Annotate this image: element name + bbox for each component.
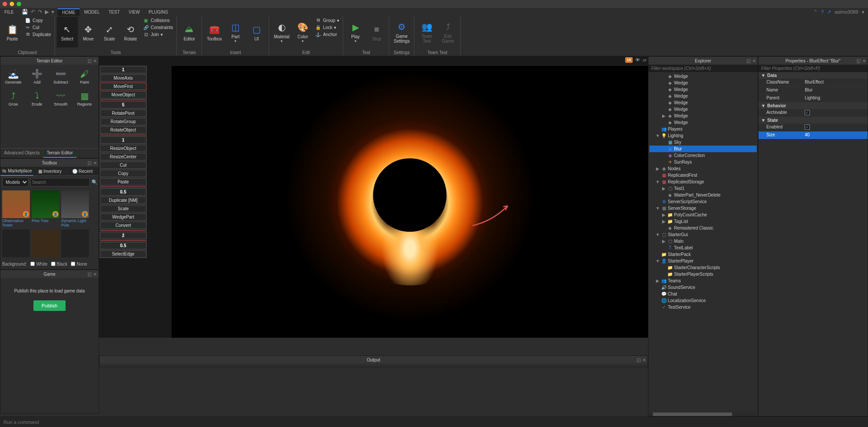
asset-item[interactable]: 👤Pine Tree xyxy=(32,190,59,228)
explorer-item-wedge[interactable]: ◆Wedge xyxy=(649,93,757,99)
close-window-button[interactable] xyxy=(3,2,7,6)
tab-view[interactable]: VIEW xyxy=(124,9,144,15)
undock-icon[interactable]: ◱ xyxy=(747,58,751,63)
lock-button[interactable]: 🔒Lock ▾ xyxy=(313,24,341,31)
terrain-smooth-button[interactable]: 〰Smooth xyxy=(50,88,72,109)
tab-plugins[interactable]: PLUGINS xyxy=(144,9,172,15)
close-icon[interactable]: ✕ xyxy=(642,358,646,362)
join-toggle[interactable]: ⊡Join ▾ xyxy=(141,31,175,38)
explorer-item-test1[interactable]: ▶▢Test1 xyxy=(649,185,757,192)
plugin-moveobject[interactable]: MoveObject xyxy=(100,91,146,99)
color-button[interactable]: 🎨Color▾ xyxy=(292,17,313,47)
plugin-duplicate-nm-[interactable]: Duplicate [NM] xyxy=(100,197,146,204)
command-input[interactable] xyxy=(0,417,868,427)
qat-undo-icon[interactable]: ↶ xyxy=(31,9,35,15)
undock-icon[interactable]: ◱ xyxy=(88,161,92,165)
plugin-0-5[interactable]: 0.5 xyxy=(100,188,146,196)
explorer-item-wedge[interactable]: ▶◆Wedge xyxy=(649,113,757,119)
explorer-item-taglist[interactable]: ▶📁TagList xyxy=(649,218,757,225)
tab-marketplace[interactable]: 🛍Marketplace xyxy=(0,167,33,176)
prop-archivable[interactable]: Archivable✓ xyxy=(758,109,868,117)
undock-icon[interactable]: ◱ xyxy=(857,58,861,63)
plugin-2[interactable]: 2 xyxy=(100,232,146,239)
explorer-item-serverscriptservice[interactable]: ⚙ServerScriptService xyxy=(649,198,757,205)
user-label[interactable]: asimo3089 xyxy=(835,9,858,15)
asset-item[interactable] xyxy=(32,230,59,258)
explorer-item-wedge[interactable]: ◆Wedge xyxy=(649,73,757,80)
tab-home[interactable]: HOME xyxy=(58,8,80,16)
prop-section-data[interactable]: ▼Data xyxy=(758,72,868,79)
maximize-window-button[interactable] xyxy=(17,2,21,6)
prop-size[interactable]: Size40 xyxy=(758,131,868,139)
explorer-item-players[interactable]: 👥Players xyxy=(649,126,757,132)
qat-save-icon[interactable]: 💾 xyxy=(22,9,28,15)
paste-button[interactable]: 📋Paste xyxy=(2,17,23,47)
play-button[interactable]: ▶Play▾ xyxy=(345,17,366,47)
close-icon[interactable]: ✕ xyxy=(862,58,866,63)
tab-advanced-objects[interactable]: Advanced Objects xyxy=(0,149,43,158)
explorer-item-startergui[interactable]: ▼▢StarterGui xyxy=(649,231,757,238)
exit-game-button[interactable]: ⤴Exit Game xyxy=(437,17,458,47)
explorer-item-sunrays[interactable]: ☀SunRays xyxy=(649,159,757,165)
tab-recent[interactable]: 🕘Recent xyxy=(66,167,99,176)
category-select[interactable]: Models xyxy=(2,178,29,187)
device-icon[interactable]: ▱ xyxy=(643,57,646,63)
toolbox-button[interactable]: 🧰Toolbox xyxy=(204,17,225,47)
explorer-item-waterpart-neverdelete[interactable]: ◆WaterPart_NeverDelete xyxy=(649,192,757,198)
plugin-copy[interactable]: Copy xyxy=(100,170,146,177)
anchor-button[interactable]: ⚓Anchor xyxy=(313,31,341,38)
plugin-moveaxis[interactable]: MoveAxis xyxy=(100,74,146,82)
tab-terrain-editor[interactable]: Terrain Editor xyxy=(43,149,76,158)
explorer-item-starterplayer[interactable]: ▼👤StarterPlayer xyxy=(649,258,757,264)
part-button[interactable]: ◫Part▾ xyxy=(225,17,246,47)
explorer-item-blur[interactable]: ◉Blur xyxy=(649,146,757,152)
tab-inventory[interactable]: ▦Inventory xyxy=(33,167,66,176)
asset-item[interactable] xyxy=(61,230,89,258)
ui-badge[interactable]: UI xyxy=(625,57,633,63)
plugin-selectedge[interactable]: SelectEdge xyxy=(100,250,146,258)
terrain-editor-button[interactable]: ⛰Editor xyxy=(179,17,200,47)
constraints-toggle[interactable]: 🔗Constraints xyxy=(141,24,175,31)
teamtest-button[interactable]: 👥Team Test xyxy=(416,17,437,47)
qat-redo-icon[interactable]: ↷ xyxy=(38,9,42,15)
asset-item[interactable]: 👤Dynamic Light Pole xyxy=(61,190,89,228)
plugin-resizeobject[interactable]: ResizeObject xyxy=(100,145,146,152)
terrain-regions-button[interactable]: ▦Regions xyxy=(73,88,95,109)
file-menu[interactable]: FILE xyxy=(0,9,18,15)
scale-tool-button[interactable]: ⤢Scale xyxy=(99,17,120,47)
search-input[interactable] xyxy=(30,178,90,186)
cut-button[interactable]: ✂Cut xyxy=(23,24,53,31)
terrain-paint-button[interactable]: 🖌Paint xyxy=(73,66,95,87)
explorer-item-replicatedfirst[interactable]: ▦ReplicatedFirst xyxy=(649,172,757,179)
group-button[interactable]: ⧉Group ▾ xyxy=(313,17,341,24)
explorer-item-remastered-classic[interactable]: ◆Remastered Classic xyxy=(649,225,757,231)
undock-icon[interactable]: ◱ xyxy=(88,272,92,277)
search-icon[interactable]: 🔍 xyxy=(92,179,98,185)
asset-item[interactable] xyxy=(2,230,30,258)
explorer-hscrollbar[interactable] xyxy=(648,412,758,416)
explorer-filter-input[interactable] xyxy=(648,65,758,72)
qat-dropdown-icon[interactable]: ▾ xyxy=(51,9,54,15)
close-icon[interactable]: ✕ xyxy=(93,161,97,165)
stop-button[interactable]: ■Stop xyxy=(366,17,387,47)
help-icon[interactable]: ? xyxy=(821,9,824,15)
material-button[interactable]: ◐Material▾ xyxy=(271,17,292,47)
explorer-item-teams[interactable]: ▶👥Teams xyxy=(649,277,757,284)
prop-section-state[interactable]: ▼State xyxy=(758,117,868,124)
terrain-add-button[interactable]: ➕Add xyxy=(26,66,48,87)
plugin-wedgepart[interactable]: WedgePart xyxy=(100,213,146,221)
explorer-item-main[interactable]: ▶▢Main xyxy=(649,238,757,245)
plugin-1[interactable]: 1 xyxy=(100,136,146,144)
game-settings-button[interactable]: ⚙Game Settings xyxy=(391,17,412,47)
explorer-item-testservice[interactable]: ✓TestService xyxy=(649,304,757,310)
explorer-item-wedge[interactable]: ◆Wedge xyxy=(649,119,757,126)
bg-white-checkbox[interactable]: White xyxy=(30,262,48,266)
duplicate-button[interactable]: ⧉Duplicate xyxy=(23,31,53,38)
explorer-item-textlabel[interactable]: TTextLabel xyxy=(649,245,757,251)
explorer-item-wedge[interactable]: ◆Wedge xyxy=(649,86,757,93)
collisions-toggle[interactable]: ▣Collisions xyxy=(141,17,175,24)
prop-section-behavior[interactable]: ▼Behavior xyxy=(758,102,868,109)
explorer-item-starterplayerscripts[interactable]: 📁StarterPlayerScripts xyxy=(649,271,757,277)
explorer-item-wedge[interactable]: ◆Wedge xyxy=(649,99,757,106)
tab-model[interactable]: MODEL xyxy=(80,9,104,15)
